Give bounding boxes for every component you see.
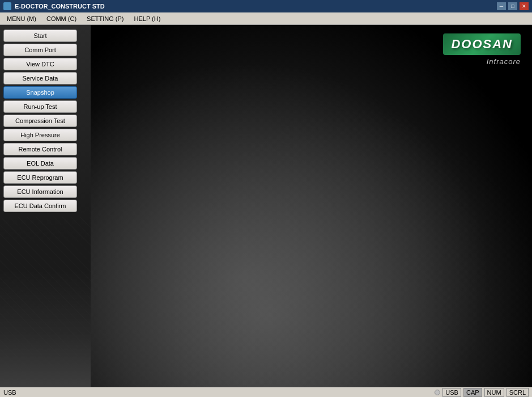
status-right: USB CAP NUM SCRL <box>435 388 529 397</box>
content-area: DOOSAN Infracore <box>91 25 532 387</box>
status-scrl: SCRL <box>507 388 529 397</box>
brand-subtitle: Infracore <box>487 57 521 66</box>
doosan-logo-box: DOOSAN <box>443 33 521 55</box>
close-button[interactable]: ✕ <box>520 2 529 10</box>
main-content: Start Comm Port View DTC Service Data Sn… <box>0 25 532 387</box>
title-bar-left: E-DOCTOR_CONSTRUCT STD <box>3 2 105 10</box>
title-bar-controls: ─ □ ✕ <box>497 2 529 10</box>
btn-start[interactable]: Start <box>3 29 77 42</box>
title-bar: E-DOCTOR_CONSTRUCT STD ─ □ ✕ <box>0 0 532 12</box>
menu-help[interactable]: HELP (H) <box>129 14 165 23</box>
btn-compression-test[interactable]: Compression Test <box>3 115 77 127</box>
btn-service-data[interactable]: Service Data <box>3 72 77 85</box>
btn-comm-port[interactable]: Comm Port <box>3 44 77 56</box>
status-num: NUM <box>484 388 504 397</box>
btn-run-up-test[interactable]: Run-up Test <box>3 100 77 113</box>
brand-name: DOOSAN <box>451 37 513 52</box>
btn-ecu-information[interactable]: ECU Information <box>3 185 77 198</box>
window-title: E-DOCTOR_CONSTRUCT STD <box>15 3 105 10</box>
logo-area: DOOSAN Infracore <box>443 33 521 66</box>
menu-setting[interactable]: SETTING (P) <box>82 14 128 23</box>
status-indicator <box>435 390 440 395</box>
menu-menu[interactable]: MENU (M) <box>2 14 41 23</box>
btn-ecu-reprogram[interactable]: ECU Reprogram <box>3 171 77 184</box>
minimize-button[interactable]: ─ <box>497 2 506 10</box>
btn-eol-data[interactable]: EOL Data <box>3 157 77 170</box>
engine-silhouette-main <box>91 25 532 387</box>
sidebar-engine-bg <box>0 217 91 387</box>
btn-view-dtc[interactable]: View DTC <box>3 58 77 70</box>
app-icon <box>3 2 11 10</box>
status-usb-label: USB <box>3 389 16 396</box>
btn-snapshop[interactable]: Snapshop <box>3 86 77 99</box>
btn-ecu-data-confirm[interactable]: ECU Data Confirm <box>3 200 77 212</box>
status-cap: CAP <box>463 388 482 397</box>
btn-remote-control[interactable]: Remote Control <box>3 143 77 155</box>
status-bar: USB USB CAP NUM SCRL <box>0 387 532 397</box>
menu-comm[interactable]: COMM (C) <box>42 14 81 23</box>
sidebar: Start Comm Port View DTC Service Data Sn… <box>0 25 91 387</box>
status-usb: USB <box>442 388 461 397</box>
maximize-button[interactable]: □ <box>508 2 517 10</box>
menu-bar: MENU (M) COMM (C) SETTING (P) HELP (H) <box>0 12 532 25</box>
btn-high-pressure[interactable]: High Pressure <box>3 129 77 141</box>
